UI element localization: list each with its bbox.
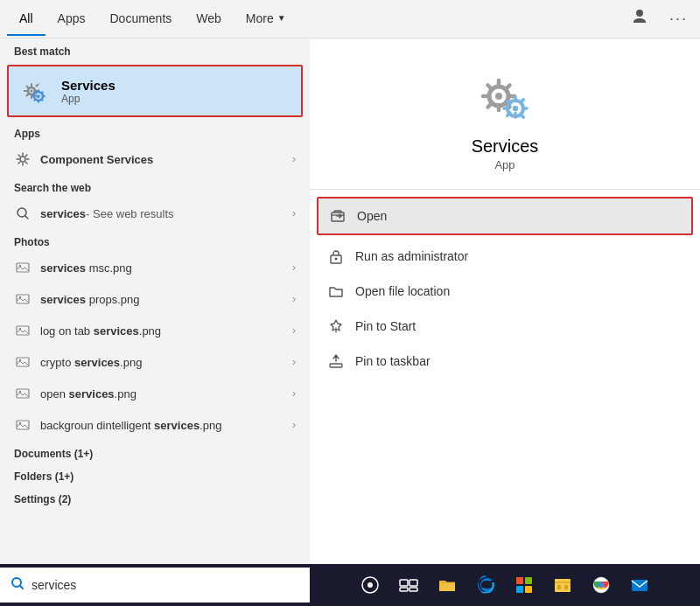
store-icon[interactable] bbox=[507, 568, 542, 603]
photo-chevron-1: › bbox=[292, 261, 296, 274]
open-icon bbox=[329, 207, 346, 225]
list-item-component-services[interactable]: Component Services › bbox=[0, 143, 310, 175]
file-manager-icon[interactable] bbox=[545, 568, 580, 603]
tab-apps[interactable]: Apps bbox=[46, 3, 98, 36]
svg-rect-30 bbox=[400, 580, 408, 586]
svg-rect-39 bbox=[557, 585, 561, 589]
svg-point-15 bbox=[19, 391, 21, 393]
web-chevron-icon: › bbox=[292, 207, 296, 219]
tab-web[interactable]: Web bbox=[184, 3, 234, 36]
list-item-photo-4[interactable]: crypto services.png › bbox=[0, 346, 310, 378]
tab-documents[interactable]: Documents bbox=[97, 3, 184, 36]
list-item-photo-1[interactable]: services msc.png › bbox=[0, 252, 310, 283]
services-app-icon bbox=[19, 75, 51, 107]
photo-label-1: services msc.png bbox=[40, 261, 284, 275]
app-detail-type: App bbox=[494, 158, 514, 171]
action-list: Open Run as administrator bbox=[310, 190, 700, 382]
photo-chevron-6: › bbox=[292, 419, 296, 431]
open-label: Open bbox=[357, 209, 387, 223]
photo-chevron-3: › bbox=[292, 324, 296, 337]
right-panel: Services App Open bbox=[310, 38, 700, 564]
action-run-admin[interactable]: Run as administrator bbox=[310, 239, 700, 274]
photo-label-2: services props.png bbox=[40, 293, 284, 306]
pin-taskbar-label: Pin to taskbar bbox=[355, 354, 430, 368]
svg-rect-32 bbox=[400, 588, 408, 591]
list-item-photo-2[interactable]: services props.png › bbox=[0, 283, 310, 315]
photo-chevron-2: › bbox=[292, 293, 296, 305]
run-admin-label: Run as administrator bbox=[355, 249, 468, 263]
svg-point-7 bbox=[19, 265, 21, 267]
svg-point-9 bbox=[19, 296, 21, 298]
open-location-label: Open file location bbox=[355, 284, 450, 298]
search-web-label: Search the web bbox=[0, 175, 310, 198]
edge-icon[interactable] bbox=[468, 568, 503, 603]
svg-point-4 bbox=[20, 157, 25, 162]
svg-rect-38 bbox=[555, 579, 570, 592]
svg-point-1 bbox=[31, 90, 33, 93]
web-search-text: services- See web results bbox=[40, 207, 284, 220]
mail-icon[interactable] bbox=[622, 568, 657, 603]
photo-label-4: crypto services.png bbox=[40, 356, 284, 369]
chevron-right-icon: › bbox=[292, 153, 296, 165]
apps-section-label: Apps bbox=[0, 121, 310, 143]
svg-point-29 bbox=[368, 582, 373, 588]
taskbar-search-icon bbox=[10, 576, 24, 594]
tab-more[interactable]: More ▼ bbox=[234, 3, 298, 36]
best-match-item[interactable]: Services App bbox=[7, 65, 303, 117]
svg-point-43 bbox=[598, 582, 604, 588]
app-detail-icon bbox=[474, 65, 536, 126]
search-input[interactable] bbox=[32, 578, 299, 592]
svg-point-17 bbox=[19, 422, 21, 424]
best-match-title: Services bbox=[61, 78, 116, 93]
list-item-photo-3[interactable]: log on tab services.png › bbox=[0, 315, 310, 346]
photo-chevron-4: › bbox=[292, 356, 296, 368]
svg-point-13 bbox=[19, 359, 21, 361]
photo-icon-3 bbox=[14, 322, 32, 339]
component-services-label: Component Services bbox=[40, 153, 284, 166]
tab-all[interactable]: All bbox=[7, 3, 46, 36]
photo-icon-6 bbox=[14, 416, 32, 434]
best-match-subtitle: App bbox=[61, 93, 116, 105]
action-pin-taskbar[interactable]: Pin to taskbar bbox=[310, 344, 700, 379]
best-match-text: Services App bbox=[61, 78, 116, 105]
svg-rect-36 bbox=[516, 586, 523, 593]
svg-rect-31 bbox=[410, 580, 417, 586]
folder-icon bbox=[327, 282, 345, 300]
best-match-label: Best match bbox=[0, 38, 310, 61]
svg-point-19 bbox=[495, 93, 502, 100]
settings-label: Settings (2) bbox=[0, 486, 310, 509]
svg-point-24 bbox=[335, 258, 338, 261]
pin-taskbar-icon bbox=[327, 352, 345, 370]
chrome-icon[interactable] bbox=[584, 568, 619, 603]
pin-start-icon bbox=[327, 317, 345, 335]
file-explorer-icon[interactable] bbox=[430, 568, 465, 603]
pin-start-label: Pin to Start bbox=[355, 319, 416, 333]
admin-icon bbox=[327, 247, 345, 265]
list-item-photo-6[interactable]: backgroun dintelligent services.png › bbox=[0, 409, 310, 441]
web-search-item[interactable]: services- See web results › bbox=[0, 198, 310, 229]
list-item-photo-5[interactable]: open services.png › bbox=[0, 378, 310, 409]
task-view-icon[interactable] bbox=[353, 568, 388, 603]
user-icon[interactable] bbox=[626, 4, 654, 33]
svg-rect-44 bbox=[632, 580, 648, 591]
top-nav: All Apps Documents Web More ▼ ··· bbox=[0, 0, 700, 38]
photos-label: Photos bbox=[0, 229, 310, 252]
documents-label: Documents (1+) bbox=[0, 441, 310, 463]
more-options-icon[interactable]: ··· bbox=[664, 6, 693, 31]
svg-rect-22 bbox=[332, 212, 344, 221]
taskbar-icons bbox=[310, 568, 700, 603]
chevron-down-icon: ▼ bbox=[277, 13, 286, 23]
photo-label-3: log on tab services.png bbox=[40, 324, 284, 338]
action-open[interactable]: Open bbox=[317, 197, 693, 235]
left-panel: Best match Services App Apps bbox=[0, 38, 310, 564]
svg-rect-26 bbox=[330, 364, 342, 367]
svg-rect-37 bbox=[525, 586, 532, 593]
app-detail-name: Services bbox=[472, 136, 539, 157]
action-pin-start[interactable]: Pin to Start bbox=[310, 309, 700, 344]
photo-icon-2 bbox=[14, 290, 32, 308]
multitasking-icon[interactable] bbox=[391, 568, 426, 603]
photo-icon-1 bbox=[14, 259, 32, 276]
svg-point-21 bbox=[513, 106, 518, 111]
svg-point-11 bbox=[19, 328, 21, 330]
action-open-location[interactable]: Open file location bbox=[310, 274, 700, 309]
